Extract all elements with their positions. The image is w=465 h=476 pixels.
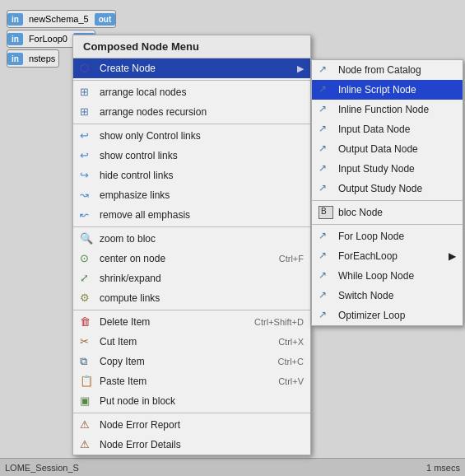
create-node-label: Create Node bbox=[100, 63, 281, 74]
delete-shortcut: Ctrl+Shift+D bbox=[254, 317, 304, 327]
create-node-arrow: ▶ bbox=[297, 63, 304, 74]
function-icon: ↗ bbox=[319, 103, 333, 116]
submenu-item-input-data[interactable]: ↗ Input Data Node bbox=[312, 119, 463, 139]
hide-control-label: hide control links bbox=[100, 170, 304, 181]
menu-item-delete[interactable]: 🗑 Delete Item Ctrl+Shift+D bbox=[73, 312, 310, 332]
output-data-label: Output Data Node bbox=[338, 143, 456, 155]
while-label: While Loop Node bbox=[338, 270, 456, 282]
show-control-label: show control links bbox=[100, 150, 304, 161]
divider-2 bbox=[73, 124, 310, 124]
submenu-item-foreach[interactable]: ↗ ForEachLoop ▶ bbox=[312, 246, 463, 266]
submenu-item-bloc[interactable]: B bloc Node bbox=[312, 203, 463, 222]
divider-5 bbox=[73, 413, 310, 413]
shrink-expand-icon: ⤢ bbox=[80, 272, 95, 285]
show-control-icon: ↩ bbox=[80, 149, 95, 162]
submenu-item-inline-script[interactable]: ↗ Inline Script Node bbox=[312, 80, 463, 100]
status-bar: LOME_Session_S 1 msecs bbox=[0, 458, 465, 476]
remove-emphasis-label: remove all emphasis bbox=[100, 209, 304, 221]
error-report-label: Node Error Report bbox=[100, 419, 304, 431]
optimizer-icon: ↗ bbox=[319, 309, 333, 322]
forloop-label: For Loop Node bbox=[338, 231, 456, 242]
menu-item-paste[interactable]: 📋 Paste Item Ctrl+V bbox=[73, 371, 310, 391]
foreach-arrow: ▶ bbox=[449, 250, 456, 262]
while-icon: ↗ bbox=[319, 269, 333, 282]
submenu-item-output-data[interactable]: ↗ Output Data Node bbox=[312, 139, 463, 159]
optimizer-label: Optimizer Loop bbox=[338, 310, 456, 321]
menu-item-shrink-expand[interactable]: ⤢ shrink/expand bbox=[73, 268, 310, 288]
error-details-label: Node Error Details bbox=[100, 439, 304, 450]
menu-item-error-details[interactable]: ⚠ Node Error Details bbox=[73, 435, 310, 455]
menu-item-show-control-only[interactable]: ↩ show only Control links bbox=[73, 126, 310, 146]
remove-emphasis-icon: ↜ bbox=[80, 208, 95, 222]
menu-item-remove-emphasis[interactable]: ↜ remove all emphasis bbox=[73, 205, 310, 225]
center-node-shortcut: Ctrl+F bbox=[279, 254, 304, 264]
menu-item-center-node[interactable]: ⊙ center on node Ctrl+F bbox=[73, 249, 310, 268]
menu-item-put-block[interactable]: ▣ Put node in block bbox=[73, 391, 310, 411]
emphasize-icon: ↝ bbox=[80, 189, 95, 202]
zoom-bloc-icon: 🔍 bbox=[80, 232, 95, 245]
cut-icon: ✂ bbox=[80, 335, 95, 348]
menu-item-zoom-bloc[interactable]: 🔍 zoom to bloc bbox=[73, 229, 310, 249]
menu-item-arrange-recursion[interactable]: ⊞ arrange nodes recursion bbox=[73, 102, 310, 122]
emphasize-label: emphasize links bbox=[100, 189, 304, 201]
copy-label: Copy Item bbox=[100, 356, 262, 367]
copy-icon: ⧉ bbox=[80, 355, 95, 368]
submenu-item-inline-function[interactable]: ↗ Inline Function Node bbox=[312, 100, 463, 119]
status-right: 1 msecs bbox=[426, 463, 460, 473]
node-icon: ⬡ bbox=[80, 62, 95, 75]
status-text: LOME_Session_S bbox=[5, 463, 79, 473]
submenu-item-forloop[interactable]: ↗ For Loop Node bbox=[312, 226, 463, 246]
paste-icon: 📋 bbox=[80, 375, 95, 388]
switch-label: Switch Node bbox=[338, 290, 456, 301]
menu-item-cut[interactable]: ✂ Cut Item Ctrl+X bbox=[73, 332, 310, 352]
delete-icon: 🗑 bbox=[80, 315, 95, 329]
submenu-item-catalog[interactable]: ↗ Node from Catalog bbox=[312, 60, 463, 80]
input-data-icon: ↗ bbox=[319, 123, 333, 136]
copy-shortcut: Ctrl+C bbox=[278, 357, 304, 366]
menu-item-error-report[interactable]: ⚠ Node Error Report bbox=[73, 415, 310, 435]
menu-item-hide-control[interactable]: ↪ hide control links bbox=[73, 166, 310, 185]
node-label-3: nsteps bbox=[26, 54, 58, 63]
input-data-label: Input Data Node bbox=[338, 124, 456, 135]
menu-item-emphasize[interactable]: ↝ emphasize links bbox=[73, 185, 310, 205]
submenu: ↗ Node from Catalog ↗ Inline Script Node… bbox=[311, 59, 463, 326]
port-in-3: in bbox=[7, 53, 23, 65]
inline-script-label: Inline Script Node bbox=[338, 84, 456, 96]
submenu-item-switch[interactable]: ↗ Switch Node bbox=[312, 286, 463, 306]
menu-item-copy[interactable]: ⧉ Copy Item Ctrl+C bbox=[73, 352, 310, 371]
catalog-label: Node from Catalog bbox=[338, 64, 456, 76]
divider-3 bbox=[73, 226, 310, 227]
node-label-1: newSchema_5 bbox=[26, 14, 92, 24]
show-control-only-label: show only Control links bbox=[100, 130, 304, 142]
menu-item-show-control[interactable]: ↩ show control links bbox=[73, 146, 310, 166]
submenu-item-optimizer[interactable]: ↗ Optimizer Loop bbox=[312, 306, 463, 325]
put-block-icon: ▣ bbox=[80, 394, 95, 408]
foreach-label: ForEachLoop bbox=[338, 250, 449, 262]
submenu-divider-1 bbox=[312, 200, 463, 201]
switch-icon: ↗ bbox=[319, 289, 333, 302]
node-nsteps: in nsteps bbox=[7, 49, 59, 68]
menu-item-arrange-local[interactable]: ⊞ arrange local nodes bbox=[73, 82, 310, 102]
bloc-label: bloc Node bbox=[338, 207, 456, 218]
script-icon: ↗ bbox=[319, 83, 333, 96]
output-data-icon: ↗ bbox=[319, 142, 333, 156]
input-study-label: Input Study Node bbox=[338, 163, 456, 175]
bloc-icon: B bbox=[319, 206, 333, 219]
submenu-item-input-study[interactable]: ↗ Input Study Node bbox=[312, 159, 463, 179]
port-in-1: in bbox=[7, 13, 23, 26]
submenu-item-while[interactable]: ↗ While Loop Node bbox=[312, 266, 463, 286]
put-block-label: Put node in block bbox=[100, 395, 304, 407]
arrange-local-label: arrange local nodes bbox=[100, 86, 304, 98]
divider-1 bbox=[73, 80, 310, 81]
output-study-label: Output Study Node bbox=[338, 183, 456, 194]
compute-links-label: compute links bbox=[100, 292, 304, 304]
paste-label: Paste Item bbox=[100, 376, 262, 387]
port-in-2: in bbox=[7, 33, 23, 45]
submenu-item-output-study[interactable]: ↗ Output Study Node bbox=[312, 179, 463, 198]
arrange-recursion-label: arrange nodes recursion bbox=[100, 106, 304, 118]
center-node-icon: ⊙ bbox=[80, 252, 95, 265]
delete-label: Delete Item bbox=[100, 316, 238, 328]
menu-item-compute-links[interactable]: ⚙ compute links bbox=[73, 288, 310, 308]
error-details-icon: ⚠ bbox=[80, 438, 95, 451]
menu-item-create-node[interactable]: ⬡ Create Node ▶ bbox=[73, 58, 310, 78]
